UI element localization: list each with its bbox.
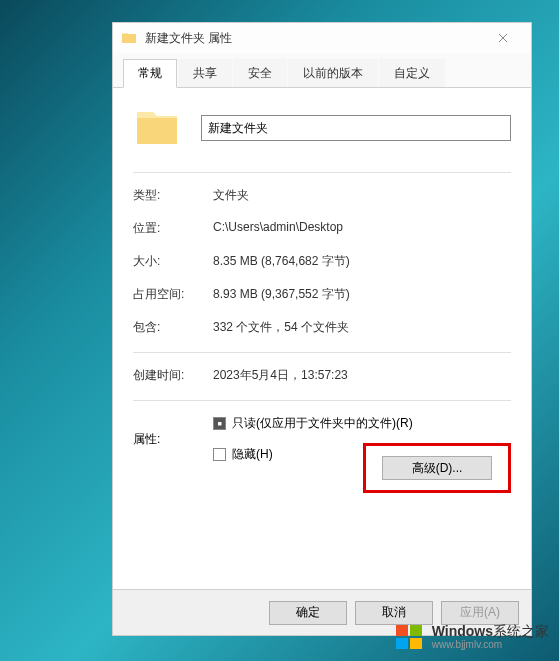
properties-dialog: 新建文件夹 属性 常规 共享 安全 以前的版本 自定义 类型: 文件夹 位置: … [112,22,532,636]
titlebar-title: 新建文件夹 属性 [145,30,483,47]
type-value: 文件夹 [213,187,511,204]
advanced-highlight: 高级(D)... [363,443,511,493]
content: 类型: 文件夹 位置: C:\Users\admin\Desktop 大小: 8… [113,88,531,589]
divider [133,172,511,173]
size-value: 8.35 MB (8,764,682 字节) [213,253,511,270]
type-label: 类型: [133,187,213,204]
svg-rect-0 [396,625,408,636]
tab-customize[interactable]: 自定义 [379,59,445,87]
divider [133,400,511,401]
folder-icon [121,30,137,46]
info-contains: 包含: 332 个文件，54 个文件夹 [133,319,511,336]
watermark-brand: Windows系统之家 [432,624,549,639]
ok-button[interactable]: 确定 [269,601,347,625]
tabs: 常规 共享 安全 以前的版本 自定义 [113,53,531,88]
disk-label: 占用空间: [133,286,213,303]
svg-rect-2 [396,638,408,649]
windows-logo-icon [394,621,426,653]
divider [133,352,511,353]
tab-general[interactable]: 常规 [123,59,177,88]
info-type: 类型: 文件夹 [133,187,511,204]
contains-label: 包含: [133,319,213,336]
created-value: 2023年5月4日，13:57:23 [213,367,511,384]
contains-value: 332 个文件，54 个文件夹 [213,319,511,336]
big-folder-icon [133,104,181,152]
info-size: 大小: 8.35 MB (8,764,682 字节) [133,253,511,270]
svg-rect-3 [410,638,422,649]
info-disk: 占用空间: 8.93 MB (9,367,552 字节) [133,286,511,303]
location-value: C:\Users\admin\Desktop [213,220,511,237]
svg-rect-1 [410,625,422,636]
location-label: 位置: [133,220,213,237]
watermark: Windows系统之家 www.bjjmlv.com [394,621,549,653]
tab-security[interactable]: 安全 [233,59,287,87]
attributes-section: 属性: 只读(仅应用于文件夹中的文件)(R) 隐藏(H) 高级(D)... [133,415,511,493]
readonly-checkbox[interactable] [213,417,226,430]
advanced-button[interactable]: 高级(D)... [382,456,492,480]
tab-sharing[interactable]: 共享 [178,59,232,87]
folder-name-input[interactable] [201,115,511,141]
watermark-url: www.bjjmlv.com [432,639,549,650]
disk-value: 8.93 MB (9,367,552 字节) [213,286,511,303]
close-button[interactable] [483,24,523,52]
created-label: 创建时间: [133,367,213,384]
size-label: 大小: [133,253,213,270]
folder-header [133,104,511,152]
readonly-label: 只读(仅应用于文件夹中的文件)(R) [232,415,413,432]
info-created: 创建时间: 2023年5月4日，13:57:23 [133,367,511,384]
info-location: 位置: C:\Users\admin\Desktop [133,220,511,237]
tab-previous-versions[interactable]: 以前的版本 [288,59,378,87]
readonly-checkbox-row[interactable]: 只读(仅应用于文件夹中的文件)(R) [213,415,413,432]
titlebar: 新建文件夹 属性 [113,23,531,53]
